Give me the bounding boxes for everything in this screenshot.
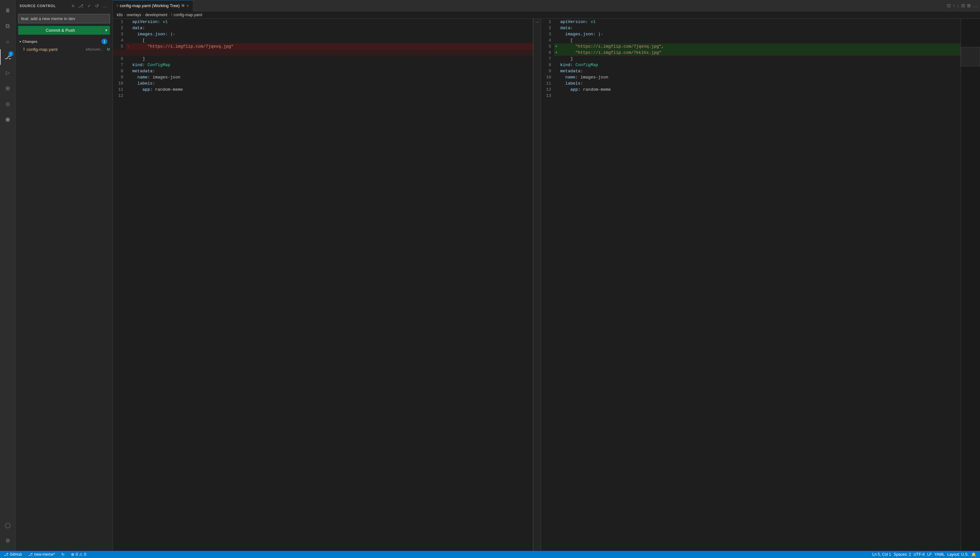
diff-line-right-1: 1 apiVersion: v1 bbox=[541, 19, 961, 25]
diff-line-left-7: 7 kind: ConfigMap bbox=[113, 62, 533, 68]
tab-bar: ! config-map.yaml (Working Tree) M × ⊡ ↑… bbox=[113, 0, 980, 11]
sidebar-header: SOURCE CONTROL ≡ ⎇ ✓ ↺ … bbox=[16, 0, 112, 11]
status-bar-language[interactable]: YAML bbox=[933, 552, 946, 557]
activity-bar-item-account[interactable]: ◯ bbox=[0, 517, 16, 533]
diff-pane-left: 1 apiVersion: v1 2 data: 3 images bbox=[113, 19, 533, 551]
status-bar-branch[interactable]: ⎇ new-meme* bbox=[27, 551, 56, 558]
status-bar-layout[interactable]: Layout: U.S. bbox=[946, 552, 970, 557]
breadcrumb-file[interactable]: config-map.yaml bbox=[174, 13, 202, 17]
status-bar-errors[interactable]: ⊗ 0 ⚠ 0 bbox=[70, 551, 87, 558]
status-bar-eol[interactable]: LF bbox=[926, 552, 933, 557]
menu-icon: ☰ bbox=[6, 8, 10, 13]
diff-line-left-4: 4 [ bbox=[113, 37, 533, 43]
diff-line-right-8: 8 kind: ConfigMap bbox=[541, 62, 961, 68]
activity-bar-item-menu[interactable]: ☰ bbox=[0, 3, 16, 18]
changes-label: Changes bbox=[22, 39, 102, 43]
sidebar-action-menu[interactable]: ≡ bbox=[71, 3, 76, 9]
sidebar-action-more[interactable]: … bbox=[102, 3, 109, 9]
activity-bar-bottom: ◯ ⚙ bbox=[0, 517, 16, 551]
diff-arrow: → bbox=[535, 19, 539, 25]
tab-action-navigate-down[interactable]: ↓ bbox=[957, 3, 959, 8]
sidebar-action-refresh[interactable]: ↺ bbox=[94, 3, 100, 9]
activity-bar-item-search[interactable]: ⌕ bbox=[0, 34, 16, 49]
diff-line-right-13: 13 bbox=[541, 93, 961, 99]
breadcrumb-sep-1: › bbox=[124, 13, 125, 17]
sync-icon: ↻ bbox=[61, 552, 64, 557]
diff-line-right-9: 9 metadata: bbox=[541, 68, 961, 74]
diff-pane-right: 1 apiVersion: v1 2 data: 3 images bbox=[541, 19, 961, 551]
settings-icon: ⚙ bbox=[5, 538, 10, 544]
diff-line-right-3: 3 images.json: |- bbox=[541, 31, 961, 37]
layout-label: Layout: U.S. bbox=[947, 552, 968, 557]
error-count: 0 bbox=[76, 552, 78, 557]
status-bar-encoding[interactable]: UTF-8 bbox=[912, 552, 926, 557]
diff-line-left-3: 3 images.json: |- bbox=[113, 31, 533, 37]
breadcrumb-warning-icon: ! bbox=[171, 13, 172, 17]
spaces-label: Spaces: 2 bbox=[894, 552, 911, 557]
breadcrumb-sep-3: › bbox=[169, 13, 170, 17]
activity-bar-item-source-control[interactable]: ⎇ 1 bbox=[0, 49, 16, 65]
activity-bar-item-remote[interactable]: ◎ bbox=[0, 96, 16, 112]
editor-area: ! config-map.yaml (Working Tree) M × ⊡ ↑… bbox=[113, 0, 980, 551]
diff-line-left-10: 10 labels: bbox=[113, 80, 533, 87]
tab-action-more[interactable]: … bbox=[973, 3, 977, 8]
github-icon: ◉ bbox=[5, 116, 10, 123]
activity-bar-item-github[interactable]: ◉ bbox=[0, 112, 16, 127]
changes-header[interactable]: ▾ Changes 1 bbox=[16, 37, 112, 46]
tab-actions: ⊡ ↑ ↓ ⊟ ⊞ … bbox=[944, 3, 980, 8]
commit-push-button[interactable]: Commit & Push bbox=[18, 26, 102, 34]
commit-button-container: Commit & Push ▾ bbox=[18, 26, 110, 34]
sidebar-action-branch[interactable]: ⎇ bbox=[77, 3, 85, 9]
cursor-position-label: Ln 5, Col 1 bbox=[872, 552, 891, 557]
run-icon: ▷ bbox=[6, 70, 10, 76]
activity-bar-item-explorer[interactable]: ⧉ bbox=[0, 18, 16, 34]
breadcrumb-overlays[interactable]: overlays bbox=[127, 13, 141, 17]
tab-action-inline[interactable]: ⊟ bbox=[961, 3, 965, 8]
status-bar-notifications[interactable]: 🔔 bbox=[970, 552, 977, 557]
tab-action-navigate-up[interactable]: ↑ bbox=[953, 3, 955, 8]
minimap-slider[interactable] bbox=[961, 47, 980, 66]
github-status-label: GitHub bbox=[10, 552, 22, 557]
tab-modified-dot: M bbox=[182, 4, 184, 7]
breadcrumb-k8s[interactable]: k8s bbox=[117, 13, 123, 17]
warning-icon: ⚠ bbox=[79, 552, 83, 557]
tab-action-split-editor[interactable]: ⊡ bbox=[947, 3, 951, 8]
activity-bar-item-run[interactable]: ▷ bbox=[0, 65, 16, 80]
commit-area: Commit & Push ▾ bbox=[16, 11, 112, 37]
status-bar-spaces[interactable]: Spaces: 2 bbox=[893, 552, 912, 557]
activity-bar-item-settings[interactable]: ⚙ bbox=[0, 533, 16, 548]
diff-line-right-4: 4 [ bbox=[541, 37, 961, 43]
extensions-icon: ⊞ bbox=[5, 85, 10, 91]
breadcrumb-sep-2: › bbox=[142, 13, 144, 17]
minimap bbox=[960, 19, 980, 551]
eol-label: LF bbox=[927, 552, 932, 557]
account-icon: ◯ bbox=[5, 522, 11, 528]
diff-line-left-2: 2 data: bbox=[113, 25, 533, 31]
diff-line-right-2: 2 data: bbox=[541, 25, 961, 31]
sidebar-action-commit[interactable]: ✓ bbox=[86, 3, 92, 9]
tab-close-button[interactable]: × bbox=[186, 3, 189, 8]
search-icon: ⌕ bbox=[6, 39, 10, 44]
file-status: M bbox=[107, 47, 110, 51]
activity-bar-item-extensions[interactable]: ⊞ bbox=[0, 80, 16, 96]
status-bar: ⎇ GitHub ⎇ new-meme* ↻ ⊗ 0 ⚠ 0 Ln 5, Col… bbox=[0, 551, 980, 558]
diff-line-right-11: 11 labels: bbox=[541, 80, 961, 87]
status-bar-sync[interactable]: ↻ bbox=[60, 551, 66, 558]
chevron-down-icon: ▾ bbox=[20, 40, 21, 43]
tab-label: config-map.yaml (Working Tree) bbox=[120, 3, 180, 8]
explorer-icon: ⧉ bbox=[5, 23, 10, 30]
status-bar-cursor[interactable]: Ln 5, Col 1 bbox=[871, 552, 893, 557]
diff-line-right-6: 6 + "https://i.imgflip.com/7kklhx.jpg" bbox=[541, 49, 961, 56]
status-bar-github[interactable]: ⎇ GitHub bbox=[3, 551, 23, 558]
commit-message-input[interactable] bbox=[18, 14, 110, 23]
source-control-badge: 1 bbox=[8, 51, 14, 56]
diff-editor: 1 apiVersion: v1 2 data: 3 images bbox=[113, 19, 980, 551]
file-list-item[interactable]: ! config-map.yaml k8s/overl... ⊡ ↺ + M bbox=[16, 46, 112, 53]
active-tab[interactable]: ! config-map.yaml (Working Tree) M × bbox=[113, 0, 193, 11]
changes-section: ▾ Changes 1 ! config-map.yaml k8s/overl.… bbox=[16, 37, 112, 551]
tab-action-split[interactable]: ⊞ bbox=[967, 3, 971, 8]
breadcrumb-development[interactable]: development bbox=[145, 13, 167, 17]
error-icon: ⊗ bbox=[71, 552, 74, 557]
commit-dropdown-button[interactable]: ▾ bbox=[102, 26, 110, 34]
diff-line-left-1: 1 apiVersion: v1 bbox=[113, 19, 533, 25]
